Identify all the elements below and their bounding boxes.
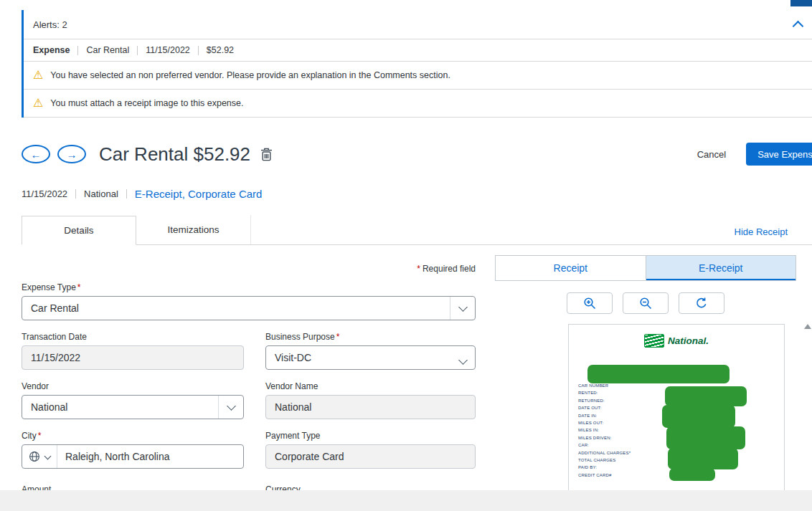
tab-receipt[interactable]: Receipt [496, 256, 646, 280]
payment-type-group: Payment Type Corporate Card [265, 431, 476, 469]
zoom-in-button[interactable] [567, 292, 613, 314]
main-content: *Required field Expense Type* Car Rental… [22, 255, 812, 506]
expense-meta: 11/15/2022 National E-Receipt, Corporate… [22, 186, 812, 201]
redaction-block [668, 448, 738, 469]
receipt-tabs: Receipt E-Receipt [495, 255, 796, 281]
required-star: * [417, 264, 420, 274]
receipt-line: DATE OUT: [578, 404, 631, 411]
divider [198, 46, 199, 55]
vendor-name-group: Vendor Name National [265, 381, 476, 419]
meta-receipt-type: E-Receipt, Corporate Card [135, 188, 263, 200]
chevron-down-icon [218, 396, 243, 419]
alerts-panel: Alerts: 2 Expense Car Rental 11/15/2022 … [22, 10, 812, 118]
business-purpose-value: Visit-DC [275, 352, 311, 363]
e-receipt-image: National. CAR NUMBER RENTED: RETURNED: D… [568, 324, 785, 506]
transaction-date-label: Transaction Date [22, 332, 244, 342]
expense-type-select[interactable]: Car Rental [22, 296, 476, 320]
receipt-line: CREDIT CARD# [578, 472, 631, 479]
chevron-down-icon [460, 354, 466, 366]
alert-warning-text: You must attach a receipt image to this … [50, 98, 243, 108]
redaction-block [662, 405, 735, 428]
required-note-text: Required field [422, 264, 476, 274]
zoom-out-button[interactable] [623, 292, 669, 314]
city-group: City* Raleigh, North Carolina [22, 431, 244, 469]
transaction-date-value: 11/15/2022 [31, 352, 80, 363]
city-value: Raleigh, North Carolina [57, 451, 178, 462]
vendor-select[interactable]: National [22, 395, 244, 419]
header-actions: Cancel Save Expense [693, 143, 812, 166]
alert-context-row: Expense Car Rental 11/15/2022 $52.92 [24, 39, 812, 62]
hide-receipt-link[interactable]: Hide Receipt [735, 226, 788, 237]
vendor-label: Vendor [22, 381, 244, 391]
vendor-group: Vendor National [22, 381, 244, 419]
payment-type-field: Corporate Card [265, 444, 476, 469]
chevron-down-icon [450, 297, 475, 320]
expense-app-window: Alerts: 2 Expense Car Rental 11/15/2022 … [0, 0, 812, 511]
meta-date: 11/15/2022 [22, 188, 67, 199]
divider [77, 46, 78, 55]
form-row: Vendor National Vendor Name National [22, 381, 476, 419]
transaction-date-group: Transaction Date 11/15/2022 [22, 332, 244, 370]
receipt-line: ADDITIONAL CHARGES* [578, 449, 631, 457]
forward-arrow-icon: → [67, 148, 77, 161]
payment-type-label: Payment Type [265, 431, 476, 441]
payment-type-value: Corporate Card [275, 451, 344, 462]
receipt-line: MILES IN: [578, 426, 631, 434]
next-expense-button[interactable]: → [57, 145, 86, 163]
zoom-out-icon [639, 297, 653, 310]
city-field[interactable]: Raleigh, North Carolina [22, 444, 244, 469]
meta-vendor: National [84, 188, 118, 199]
cancel-button[interactable]: Cancel [693, 148, 730, 161]
redaction-block [669, 468, 715, 481]
window-edge-fragment [790, 0, 812, 6]
rotate-button[interactable] [679, 292, 724, 314]
collapse-alerts-icon[interactable] [793, 21, 804, 32]
receipt-line: PAID BY: [578, 464, 631, 471]
receipt-line: MILES DRIVEN: [578, 434, 631, 441]
business-purpose-label: Business Purpose* [265, 332, 476, 342]
required-star: * [336, 332, 340, 342]
receipt-line: RENTED: [578, 389, 631, 396]
previous-expense-button[interactable]: ← [22, 145, 50, 163]
warning-icon: ⚠ [33, 70, 43, 81]
redaction-block [666, 426, 745, 449]
city-type-selector[interactable] [22, 445, 57, 468]
expense-type-value: Car Rental [31, 302, 79, 314]
alert-warning-row: ⚠ You must attach a receipt image to thi… [24, 90, 812, 118]
receipt-line: TOTAL CHARGES [578, 457, 631, 464]
alert-context-item: 11/15/2022 [146, 45, 190, 55]
zoom-in-icon [583, 297, 597, 310]
window-bottom-edge [0, 490, 812, 511]
page-title: Car Rental $52.92 [99, 143, 250, 166]
business-purpose-select[interactable]: Visit-DC [265, 345, 476, 370]
alert-warning-row: ⚠ You have selected an non preferred ven… [24, 62, 812, 90]
required-star: * [77, 282, 81, 292]
receipt-line: CAR: [578, 441, 631, 449]
divider [137, 46, 138, 55]
delete-expense-icon[interactable] [260, 148, 273, 161]
alerts-title: Alerts: 2 [33, 19, 67, 30]
receipt-line: RETURNED: [578, 397, 631, 404]
rotate-icon [695, 297, 708, 310]
chevron-down-icon [44, 452, 52, 459]
tab-itemizations[interactable]: Itemizations [136, 215, 251, 244]
receipt-line: CAR NUMBER [578, 382, 631, 389]
scrollbar-up-arrow[interactable] [804, 324, 811, 329]
city-label: City* [22, 431, 244, 441]
expense-form: *Required field Expense Type* Car Rental… [22, 255, 476, 506]
national-logo: National. [569, 334, 784, 348]
form-row: City* Raleigh, North Carolina [22, 431, 476, 469]
save-expense-button[interactable]: Save Expense [746, 143, 812, 166]
vendor-name-value: National [275, 401, 311, 413]
details-tabs: Details Itemizations Hide Receipt [22, 215, 812, 245]
receipt-line: DATE IN: [578, 412, 631, 419]
divider [126, 189, 127, 199]
tab-details[interactable]: Details [22, 216, 136, 245]
receipt-line: MILES OUT: [578, 419, 631, 426]
required-star: * [38, 431, 42, 441]
alert-warning-text: You have selected an non preferred vendo… [50, 70, 450, 80]
tab-e-receipt[interactable]: E-Receipt [646, 256, 796, 280]
vendor-value: National [31, 401, 67, 413]
receipt-text: CAR NUMBER RENTED: RETURNED: DATE OUT: D… [578, 382, 631, 479]
receipt-toolbar [495, 292, 796, 314]
